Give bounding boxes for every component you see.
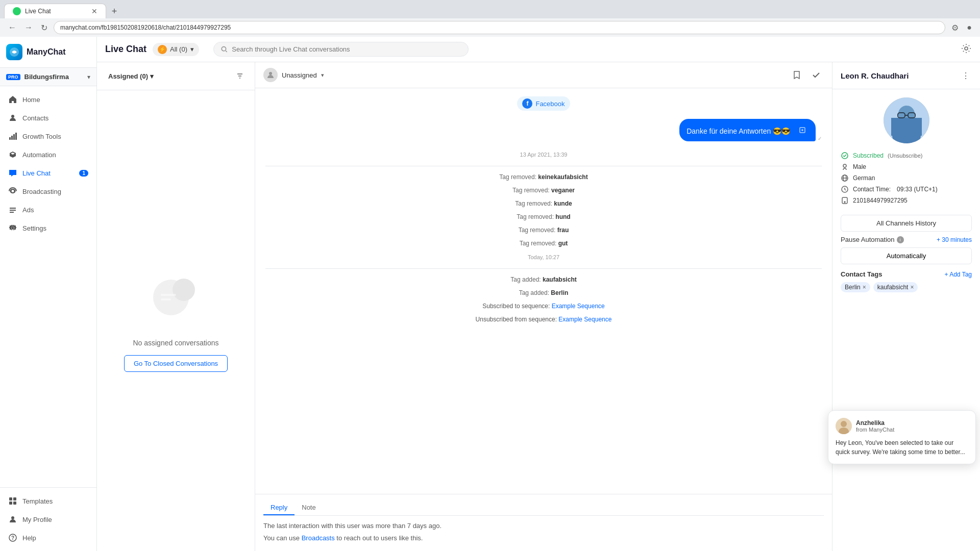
tab-close-button[interactable]: ✕ xyxy=(91,7,97,15)
reply-info-suffix: to reach out to users like this. xyxy=(335,534,423,542)
search-input[interactable] xyxy=(232,45,461,53)
tag-remove-kaufabsicht[interactable]: × xyxy=(910,284,914,291)
sidebar-item-growth-tools[interactable]: Growth Tools xyxy=(0,127,96,145)
phone-row: 2101844979927295 xyxy=(841,196,972,205)
tab-title: Live Chat xyxy=(25,8,51,15)
live-chat-icon xyxy=(8,168,17,178)
check-button[interactable] xyxy=(808,67,824,83)
contact-time-label: Contact Time: xyxy=(853,186,891,193)
svg-point-15 xyxy=(965,47,968,50)
sidebar-item-templates[interactable]: Templates xyxy=(0,492,96,510)
nav-items: Home Contacts Growth Tools Automation xyxy=(0,86,96,487)
ads-icon xyxy=(8,205,17,214)
tag-event-7: Tag added: kaufabsicht xyxy=(265,275,822,284)
address-bar[interactable]: manychat.com/fb198150208192061​8/chat/21… xyxy=(54,21,945,34)
sort-button[interactable] xyxy=(232,68,248,84)
bookmark-button[interactable] xyxy=(789,67,804,83)
search-bar[interactable] xyxy=(213,42,469,57)
contact-header: Leon R. Chaudhari ⋮ xyxy=(832,62,980,89)
contact-tags-label: Contact Tags xyxy=(841,270,882,278)
sidebar-item-contacts[interactable]: Contacts xyxy=(0,109,96,127)
assigned-filter-label: Assigned (0) xyxy=(108,72,148,80)
contact-options-button[interactable]: ⋮ xyxy=(960,69,972,82)
workspace-selector[interactable]: PRO Bildungsfirma ▾ xyxy=(0,68,96,86)
sidebar-item-label-broadcasting: Broadcasting xyxy=(22,188,61,195)
svg-rect-19 xyxy=(161,298,171,300)
reply-tab-reply[interactable]: Reply xyxy=(263,500,295,515)
settings-gear-button[interactable] xyxy=(961,43,972,56)
automatically-button[interactable]: Automatically xyxy=(841,247,972,264)
browser-tab-active[interactable]: Live Chat ✕ xyxy=(4,4,106,18)
phone-value: 2101844979927295 xyxy=(853,197,908,204)
tag-event-4: Tag removed: hund xyxy=(265,212,822,221)
assignee-dropdown[interactable]: Unassigned ▾ xyxy=(263,68,324,82)
broadcasting-icon xyxy=(8,187,17,196)
sidebar-item-help[interactable]: ? Help xyxy=(0,529,96,547)
extensions-button[interactable]: ⚙ xyxy=(949,22,961,34)
sidebar-item-label-contacts: Contacts xyxy=(22,114,48,122)
sequence-link-1[interactable]: Example Sequence xyxy=(552,303,605,310)
language-value: German xyxy=(853,174,875,182)
sidebar-item-label-automation: Automation xyxy=(22,151,56,159)
notification-header: Anzhelika from ManyChat xyxy=(836,418,968,434)
tag-value-6: gut xyxy=(558,240,568,247)
contact-avatar-area xyxy=(832,89,980,152)
message-read-check: ✓ xyxy=(818,136,822,141)
sidebar-item-ads[interactable]: Ads xyxy=(0,201,96,219)
unsubscribe-link[interactable]: (Unsubscribe) xyxy=(888,153,922,159)
add-tag-button[interactable]: + Add Tag xyxy=(945,271,972,278)
timestamp-1: 13 Apr 2021, 13:39 xyxy=(265,149,822,160)
sidebar-item-home[interactable]: Home xyxy=(0,90,96,109)
sidebar-item-live-chat[interactable]: Live Chat 1 xyxy=(0,164,96,182)
channel-filter-dropdown[interactable]: ⚡ All (0) ▾ xyxy=(153,43,199,56)
reload-button[interactable]: ↻ xyxy=(39,22,50,34)
gender-value: Male xyxy=(853,163,866,170)
sidebar-item-my-profile[interactable]: My Profile xyxy=(0,510,96,529)
message-action-button[interactable] xyxy=(796,124,808,136)
reply-area: Reply Note The last interaction with thi… xyxy=(255,494,832,551)
filter-icon: ⚡ xyxy=(158,45,167,54)
reply-info-prefix: You can use xyxy=(263,534,302,542)
svg-point-17 xyxy=(173,279,195,301)
subscribed-row: Subscribed (Unsubscribe) xyxy=(841,152,972,160)
profile-button[interactable]: ● xyxy=(965,22,974,33)
notification-popup: Anzhelika from ManyChat Hey Leon, You've… xyxy=(832,410,976,464)
pause-automation-section: Pause Automation i + 30 minutes Automati… xyxy=(832,236,980,270)
tag-remove-berlin[interactable]: × xyxy=(863,284,866,291)
favicon-icon xyxy=(13,7,21,15)
go-to-closed-conversations-button[interactable]: Go To Closed Conversations xyxy=(124,355,228,372)
content-area: Assigned (0) ▾ xyxy=(97,62,980,551)
sidebar-item-label-profile: My Profile xyxy=(22,516,52,523)
pause-info-badge[interactable]: i xyxy=(897,236,904,243)
broadcasts-link[interactable]: Broadcasts xyxy=(302,534,335,542)
forward-button[interactable]: → xyxy=(22,22,35,33)
sidebar-item-broadcasting[interactable]: Broadcasting xyxy=(0,182,96,201)
brand-name: ManyChat xyxy=(27,47,65,57)
assigned-filter-dropdown[interactable]: Assigned (0) ▾ xyxy=(104,70,158,82)
sequence-link-2[interactable]: Example Sequence xyxy=(558,316,611,323)
new-tab-button[interactable]: + xyxy=(106,4,122,18)
reply-tabs: Reply Note xyxy=(263,500,824,516)
tags-header: Contact Tags + Add Tag xyxy=(841,270,972,278)
message-text: Danke für deine Antworten 😎😎 xyxy=(687,127,790,135)
svg-rect-9 xyxy=(9,502,12,505)
sidebar-item-label-livechat: Live Chat xyxy=(22,169,51,177)
contact-avatar xyxy=(884,97,929,143)
filter-button[interactable] xyxy=(214,68,229,84)
gender-row: Male xyxy=(841,163,972,171)
assignee-chevron-icon: ▾ xyxy=(321,72,324,79)
reply-info-2: You can use Broadcasts to reach out to u… xyxy=(263,533,824,543)
sidebar-item-automation[interactable]: Automation xyxy=(0,145,96,164)
reply-tab-note[interactable]: Note xyxy=(295,500,323,515)
notification-text: Hey Leon, You've been selected to take o… xyxy=(836,438,968,457)
sidebar-item-settings[interactable]: Settings xyxy=(0,219,96,237)
all-channels-history-button[interactable]: All Channels History xyxy=(841,215,972,232)
contacts-icon xyxy=(8,113,17,122)
conversation-body: f Facebook Danke für deine Antworten 😎😎 xyxy=(255,88,832,494)
brand-logo xyxy=(6,44,22,60)
pause-automation-header: Pause Automation i + 30 minutes xyxy=(841,236,972,243)
live-chat-badge: 1 xyxy=(79,170,88,177)
back-button[interactable]: ← xyxy=(6,22,18,33)
workspace-badge: PRO xyxy=(6,74,20,80)
plus-30-minutes-button[interactable]: + 30 minutes xyxy=(937,236,972,243)
